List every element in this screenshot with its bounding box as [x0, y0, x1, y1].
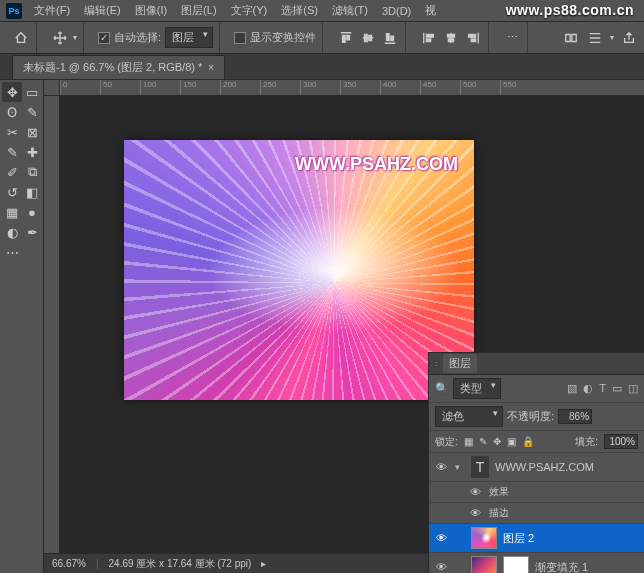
visibility-icon[interactable]: 👁 — [467, 507, 483, 519]
autoselect-target-dropdown[interactable]: 图层 — [165, 27, 213, 48]
fill-input[interactable] — [604, 434, 638, 449]
filter-shape-icon[interactable]: ▭ — [612, 382, 622, 395]
text-layer-thumb: T — [471, 456, 489, 478]
zoom-value[interactable]: 66.67% — [52, 558, 86, 569]
menu-layer[interactable]: 图层(L) — [175, 1, 222, 20]
frame-tool[interactable]: ⊠ — [22, 122, 42, 142]
autoselect-label: 自动选择: — [114, 30, 161, 45]
fx-stroke-label: 描边 — [489, 506, 640, 520]
align-left-icon[interactable] — [420, 29, 438, 47]
align-bottom-icon[interactable] — [381, 29, 399, 47]
align-hcenter-icon[interactable] — [442, 29, 460, 47]
search-icon[interactable]: 🔍 — [435, 382, 449, 395]
layer-thumb[interactable] — [471, 556, 497, 573]
align-top-icon[interactable] — [337, 29, 355, 47]
layer-name[interactable]: 渐变填充 1 — [535, 560, 640, 574]
move-tool-icon[interactable] — [51, 29, 69, 47]
visibility-icon[interactable]: 👁 — [467, 486, 483, 498]
lock-pixel-icon[interactable]: ✎ — [479, 436, 487, 447]
blur-tool[interactable]: ● — [22, 202, 42, 222]
canvas[interactable]: WWW.PSAHZ.COM — [124, 140, 474, 400]
history-brush-tool[interactable]: ↺ — [2, 182, 22, 202]
menu-select[interactable]: 选择(S) — [275, 1, 324, 20]
share-dropdown-icon[interactable]: ▾ — [610, 33, 614, 42]
canvas-watermark-text: WWW.PSAHZ.COM — [295, 154, 458, 175]
blend-row: 滤色 不透明度: — [429, 403, 644, 431]
3d-mode-icon[interactable] — [562, 29, 580, 47]
menu-file[interactable]: 文件(F) — [28, 1, 76, 20]
share-icon[interactable] — [620, 29, 638, 47]
doc-info: 24.69 厘米 x 17.64 厘米 (72 ppi) — [109, 557, 252, 571]
workspace: ✥▭ ʘ✎ ✂⊠ ✎✚ ✐⧉ ↺◧ ▦● ◐✒ ⋯ ▤ ◧ 0501001502… — [0, 80, 644, 573]
visibility-icon[interactable]: 👁 — [433, 532, 449, 544]
document-tab[interactable]: 未标题-1 @ 66.7% (图层 2, RGB/8) * × — [12, 55, 225, 79]
pen-tool[interactable]: ✒ — [22, 222, 42, 242]
layer-text[interactable]: 👁 ▾ T WWW.PSAHZ.COM — [429, 453, 644, 482]
tool-dropdown-icon[interactable]: ▾ — [73, 33, 77, 42]
quickselect-tool[interactable]: ✎ — [22, 102, 42, 122]
lock-pos-icon[interactable]: ✥ — [493, 436, 501, 447]
menu-type[interactable]: 文字(Y) — [225, 1, 274, 20]
ruler-corner — [44, 80, 60, 96]
statusbar: 66.67% | 24.69 厘米 x 17.64 厘米 (72 ppi) ▸ — [44, 553, 474, 573]
panel-titlebar[interactable]: :: 图层 — [429, 353, 644, 375]
lock-row: 锁定: ▦ ✎ ✥ ▣ 🔒 填充: — [429, 431, 644, 453]
filter-adjust-icon[interactable]: ◐ — [583, 382, 593, 395]
lock-all-icon[interactable]: 🔒 — [522, 436, 534, 447]
layer-fx-group[interactable]: 👁 效果 — [429, 482, 644, 503]
expand-icon[interactable]: ▾ — [455, 462, 465, 472]
menubar: Ps 文件(F) 编辑(E) 图像(I) 图层(L) 文字(Y) 选择(S) 滤… — [0, 0, 644, 22]
lock-artboard-icon[interactable]: ▣ — [507, 436, 516, 447]
move-tool[interactable]: ✥ — [2, 82, 22, 102]
filter-pixel-icon[interactable]: ▧ — [567, 382, 577, 395]
ruler-vertical — [44, 96, 60, 573]
fill-label: 填充: — [575, 435, 598, 449]
lasso-tool[interactable]: ʘ — [2, 102, 22, 122]
canvas-image — [124, 140, 474, 400]
layers-tab[interactable]: 图层 — [443, 354, 477, 373]
eyedropper-tool[interactable]: ✎ — [2, 142, 22, 162]
align-right-icon[interactable] — [464, 29, 482, 47]
statusbar-arrow-icon[interactable]: ▸ — [261, 558, 266, 569]
layer-fx-stroke[interactable]: 👁 描边 — [429, 503, 644, 524]
gradient-tool[interactable]: ▦ — [2, 202, 22, 222]
home-icon[interactable] — [12, 29, 30, 47]
menu-3d[interactable]: 3D(D) — [376, 3, 417, 19]
marquee-tool[interactable]: ▭ — [22, 82, 42, 102]
mask-thumb[interactable] — [503, 556, 529, 573]
menu-image[interactable]: 图像(I) — [129, 1, 173, 20]
close-icon[interactable]: × — [208, 62, 214, 73]
menu-edit[interactable]: 编辑(E) — [78, 1, 127, 20]
brush-tool[interactable]: ✐ — [2, 162, 22, 182]
visibility-icon[interactable]: 👁 — [433, 461, 449, 473]
menu-view[interactable]: 视 — [419, 1, 442, 20]
autoselect-checkbox[interactable] — [98, 32, 110, 44]
more-tools[interactable]: ⋯ — [2, 242, 22, 262]
layer-thumb[interactable] — [471, 527, 497, 549]
ruler-horizontal: 050100150200250300350400450500550 — [60, 80, 644, 96]
align-vcenter-icon[interactable] — [359, 29, 377, 47]
heal-tool[interactable]: ✚ — [22, 142, 42, 162]
opacity-input[interactable] — [558, 409, 592, 424]
blend-mode-dropdown[interactable]: 滤色 — [435, 406, 503, 427]
tools-panel: ✥▭ ʘ✎ ✂⊠ ✎✚ ✐⧉ ↺◧ ▦● ◐✒ ⋯ — [0, 80, 44, 573]
lock-trans-icon[interactable]: ▦ — [464, 436, 473, 447]
layer-gradient-fill[interactable]: 👁 渐变填充 1 — [429, 553, 644, 573]
eraser-tool[interactable]: ◧ — [22, 182, 42, 202]
filter-smart-icon[interactable]: ◫ — [628, 382, 638, 395]
stamp-tool[interactable]: ⧉ — [22, 162, 42, 182]
menu-filter[interactable]: 滤镜(T) — [326, 1, 374, 20]
crop-tool[interactable]: ✂ — [2, 122, 22, 142]
filter-type-dropdown[interactable]: 类型 — [453, 378, 501, 399]
dodge-tool[interactable]: ◐ — [2, 222, 22, 242]
layer-name[interactable]: 图层 2 — [503, 531, 640, 546]
filter-text-icon[interactable]: T — [599, 382, 606, 395]
more-align-icon[interactable]: ⋯ — [503, 29, 521, 47]
visibility-icon[interactable]: 👁 — [433, 561, 449, 573]
layer-list: 👁 ▾ T WWW.PSAHZ.COM 👁 效果 👁 描边 👁 图层 2 👁 — [429, 453, 644, 573]
arrange-icon[interactable] — [586, 29, 604, 47]
layer-name[interactable]: WWW.PSAHZ.COM — [495, 461, 640, 473]
layer-raster-2[interactable]: 👁 图层 2 — [429, 524, 644, 553]
show-transform-label: 显示变换控件 — [250, 30, 316, 45]
show-transform-checkbox[interactable] — [234, 32, 246, 44]
